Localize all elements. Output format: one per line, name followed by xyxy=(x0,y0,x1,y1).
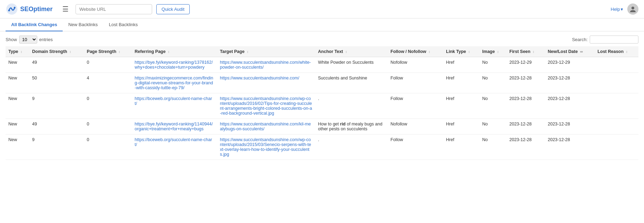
entries-select[interactable]: 10 25 50 100 xyxy=(19,36,37,44)
cell-link[interactable]: https://bceweb.org/succulent-name-chart/ xyxy=(135,96,212,106)
cell-domain-strength: 50 xyxy=(29,73,84,93)
col-header-lost-reason[interactable]: Lost Reason ↕ xyxy=(595,46,638,57)
cell-lost-reason xyxy=(595,119,638,134)
cell-new-lost-date: 2023-12-28 xyxy=(545,134,595,160)
cell-link-type: Href xyxy=(443,119,479,134)
logo-area: SEOptimer xyxy=(6,3,53,15)
sort-icon-ds: ↕ xyxy=(69,50,71,54)
cell-link[interactable]: https://bye.fyi/keyword-ranking/1378162/… xyxy=(135,60,213,70)
tab-new-backlinks[interactable]: New Backlinks xyxy=(63,18,103,31)
table-row: New490https://bye.fyi/keyword-ranking/11… xyxy=(6,119,638,134)
sort-icon-image: ↕ xyxy=(497,50,499,54)
cell-link[interactable]: https://maximizingecommerce.com/finding-… xyxy=(135,76,213,90)
cell-link[interactable]: https://www.succulentsandsunshine.com/wp… xyxy=(220,137,311,157)
cell-first-seen: 2023-12-28 xyxy=(506,134,545,160)
cell-target-page: https://www.succulentsandsunshine.com/wp… xyxy=(217,93,315,119)
cell-type: New xyxy=(6,93,29,119)
cell-anchor-text: How to get rid of mealy bugs and other p… xyxy=(315,119,388,134)
cell-new-lost-date: 2023-12-29 xyxy=(545,57,595,73)
cell-page-strength: 0 xyxy=(84,134,132,160)
show-entries-control: Show 10 25 50 100 entries xyxy=(6,36,53,44)
cell-type: New xyxy=(6,119,29,134)
cell-referring-page: https://bceweb.org/succulent-name-chart/ xyxy=(132,134,217,160)
quick-audit-button[interactable]: Quick Audit xyxy=(156,4,190,14)
cell-domain-strength: 49 xyxy=(29,119,84,134)
cell-image: No xyxy=(479,119,506,134)
cell-link[interactable]: https://bceweb.org/succulent-name-chart/ xyxy=(135,137,212,147)
cell-referring-page: https://bye.fyi/keyword-ranking/1378162/… xyxy=(132,57,217,73)
cell-follow: Follow xyxy=(388,93,443,119)
col-header-referring-page[interactable]: Referring Page ↕ xyxy=(132,46,217,57)
sort-icon-firstseen: ↕ xyxy=(533,50,534,54)
cell-target-page: https://www.succulentsandsunshine.com/ xyxy=(217,73,315,93)
header: SEOptimer ☰ Quick Audit Help ▾ xyxy=(0,0,644,18)
table-row: New490https://bye.fyi/keyword-ranking/13… xyxy=(6,57,638,73)
show-label: Show xyxy=(6,37,17,42)
cell-image: No xyxy=(479,57,506,73)
entries-label: entries xyxy=(39,37,53,42)
cell-link-type: Href xyxy=(443,134,479,160)
svg-point-2 xyxy=(14,7,16,9)
cell-page-strength: 0 xyxy=(84,93,132,119)
cell-link-type: Href xyxy=(443,93,479,119)
tab-lost-backlinks[interactable]: Lost Backlinks xyxy=(103,18,143,31)
cell-target-page: https://www.succulentsandsunshine.com/ki… xyxy=(217,119,315,134)
cell-image: No xyxy=(479,73,506,93)
cell-anchor-text: Succulents and Sunshine xyxy=(315,73,388,93)
logo-text: SEOptimer xyxy=(20,6,53,13)
col-header-page-strength[interactable]: Page Strength ↕ xyxy=(84,46,132,57)
cell-target-page: https://www.succulentsandsunshine.com/wp… xyxy=(217,134,315,160)
cell-page-strength: 0 xyxy=(84,119,132,134)
cell-link[interactable]: https://www.succulentsandsunshine.com/ki… xyxy=(220,122,311,131)
cell-link[interactable]: https://www.succulentsandsunshine.com/ xyxy=(220,76,299,80)
cell-lost-reason xyxy=(595,73,638,93)
cell-referring-page: https://maximizingecommerce.com/finding-… xyxy=(132,73,217,93)
help-button[interactable]: Help ▾ xyxy=(611,7,623,12)
user-icon[interactable] xyxy=(627,3,638,15)
cell-type: New xyxy=(6,73,29,93)
cell-page-strength: 0 xyxy=(84,57,132,73)
sort-icon-tp: ↕ xyxy=(247,50,249,54)
col-header-follow[interactable]: Follow / Nofollow ↕ xyxy=(388,46,443,57)
cell-image: No xyxy=(479,134,506,160)
cell-type: New xyxy=(6,57,29,73)
search-input[interactable] xyxy=(590,36,638,44)
col-header-target-page[interactable]: Target Page ↕ xyxy=(217,46,315,57)
cell-lost-reason xyxy=(595,93,638,119)
col-header-first-seen[interactable]: First Seen ↕ xyxy=(506,46,545,57)
svg-point-3 xyxy=(631,7,634,9)
col-header-anchor-text[interactable]: Anchor Text ↕ xyxy=(315,46,388,57)
cell-type: New xyxy=(6,134,29,160)
cell-link-type: Href xyxy=(443,73,479,93)
col-header-domain-strength[interactable]: Domain Strength ↕ xyxy=(29,46,84,57)
cell-first-seen: 2023-12-28 xyxy=(506,119,545,134)
tab-all-backlink-changes[interactable]: All Backlink Changes xyxy=(6,18,63,31)
cell-domain-strength: 49 xyxy=(29,57,84,73)
cell-image: No xyxy=(479,93,506,119)
col-header-link-type[interactable]: Link Type ↕ xyxy=(443,46,479,57)
backlinks-table-wrapper: Type ↕ Domain Strength ↕ Page Strength ↕… xyxy=(0,46,644,160)
cell-link[interactable]: https://bye.fyi/keyword-ranking/1140944/… xyxy=(135,122,213,131)
url-input[interactable] xyxy=(76,4,152,14)
search-label: Search: xyxy=(572,37,588,42)
table-row: New504https://maximizingecommerce.com/fi… xyxy=(6,73,638,93)
col-header-type[interactable]: Type ↕ xyxy=(6,46,29,57)
cell-lost-reason xyxy=(595,57,638,73)
hamburger-icon[interactable]: ☰ xyxy=(60,3,71,15)
backlinks-table: Type ↕ Domain Strength ↕ Page Strength ↕… xyxy=(6,46,638,160)
col-header-image[interactable]: Image ↕ xyxy=(479,46,506,57)
table-row: New90https://bceweb.org/succulent-name-c… xyxy=(6,93,638,119)
table-row: New90https://bceweb.org/succulent-name-c… xyxy=(6,134,638,160)
cell-link[interactable]: https://www.succulentsandsunshine.com/wp… xyxy=(220,96,312,116)
col-header-new-lost-date[interactable]: New/Lost Date ⇔ xyxy=(545,46,595,57)
cell-domain-strength: 9 xyxy=(29,93,84,119)
cell-link[interactable]: https://www.succulentsandsunshine.com/wh… xyxy=(220,60,311,70)
cell-new-lost-date: 2023-12-28 xyxy=(545,73,595,93)
sort-icon-rp: ↕ xyxy=(168,50,170,54)
cell-domain-strength: 9 xyxy=(29,134,84,160)
cell-lost-reason xyxy=(595,134,638,160)
help-arrow-icon: ▾ xyxy=(621,7,623,12)
cell-referring-page: https://bceweb.org/succulent-name-chart/ xyxy=(132,93,217,119)
cell-follow: Nofollow xyxy=(388,119,443,134)
cell-anchor-text: . xyxy=(315,93,388,119)
